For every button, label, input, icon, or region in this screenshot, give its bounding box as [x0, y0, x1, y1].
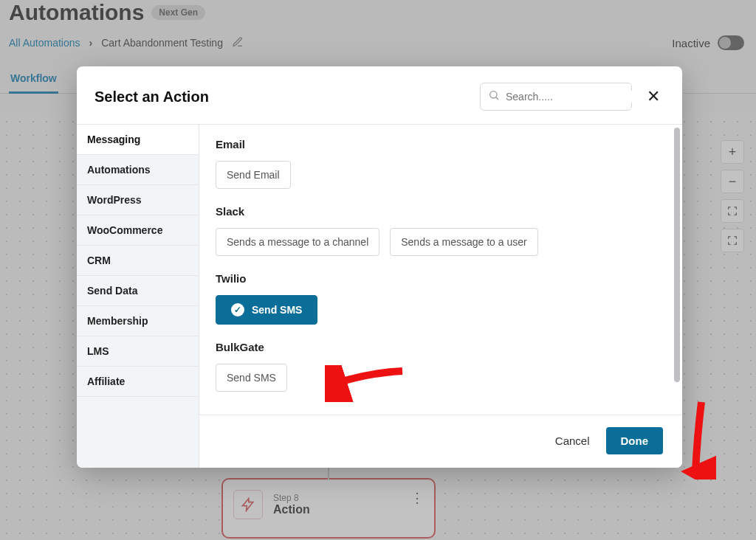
- category-woocommerce[interactable]: WooCommerce: [77, 215, 199, 246]
- chip-twilio-send-sms[interactable]: ✓ Send SMS: [216, 295, 317, 325]
- modal-footer: Cancel Done: [199, 415, 682, 468]
- category-crm[interactable]: CRM: [77, 246, 199, 276]
- scrollbar-thumb[interactable]: [674, 128, 680, 382]
- close-icon[interactable]: ✕: [644, 84, 663, 109]
- search-input-wrap[interactable]: [480, 83, 632, 111]
- section-bulkgate: BulkGate Send SMS: [216, 341, 666, 392]
- cancel-button[interactable]: Cancel: [555, 435, 590, 447]
- section-title-email: Email: [216, 138, 666, 150]
- category-send-data[interactable]: Send Data: [77, 276, 199, 306]
- chip-slack-user[interactable]: Sends a message to a user: [390, 228, 537, 256]
- section-email: Email Send Email: [216, 138, 666, 189]
- section-title-slack: Slack: [216, 205, 666, 218]
- check-icon: ✓: [231, 303, 244, 316]
- done-button[interactable]: Done: [606, 427, 664, 454]
- svg-point-0: [490, 91, 497, 98]
- category-membership[interactable]: Membership: [77, 306, 199, 336]
- chip-bulkgate-send-sms[interactable]: Send SMS: [216, 364, 287, 392]
- section-title-bulkgate: BulkGate: [216, 341, 666, 353]
- chip-label: Send SMS: [252, 304, 302, 316]
- category-automations[interactable]: Automations: [77, 155, 199, 185]
- modal-title: Select an Action: [94, 89, 209, 105]
- select-action-modal: Select an Action ✕ Messaging Automations…: [77, 66, 682, 468]
- search-icon: [488, 89, 500, 104]
- category-lms[interactable]: LMS: [77, 336, 199, 367]
- chip-send-email[interactable]: Send Email: [216, 161, 291, 189]
- section-twilio: Twilio ✓ Send SMS: [216, 272, 666, 325]
- category-messaging[interactable]: Messaging: [77, 125, 199, 155]
- category-wordpress[interactable]: WordPress: [77, 185, 199, 215]
- chip-slack-channel[interactable]: Sends a message to a channel: [216, 228, 379, 256]
- section-title-twilio: Twilio: [216, 272, 666, 285]
- category-affiliate[interactable]: Affiliate: [77, 367, 199, 397]
- section-slack: Slack Sends a message to a channel Sends…: [216, 205, 666, 256]
- search-input[interactable]: [506, 91, 635, 103]
- category-list: Messaging Automations WordPress WooComme…: [77, 125, 199, 468]
